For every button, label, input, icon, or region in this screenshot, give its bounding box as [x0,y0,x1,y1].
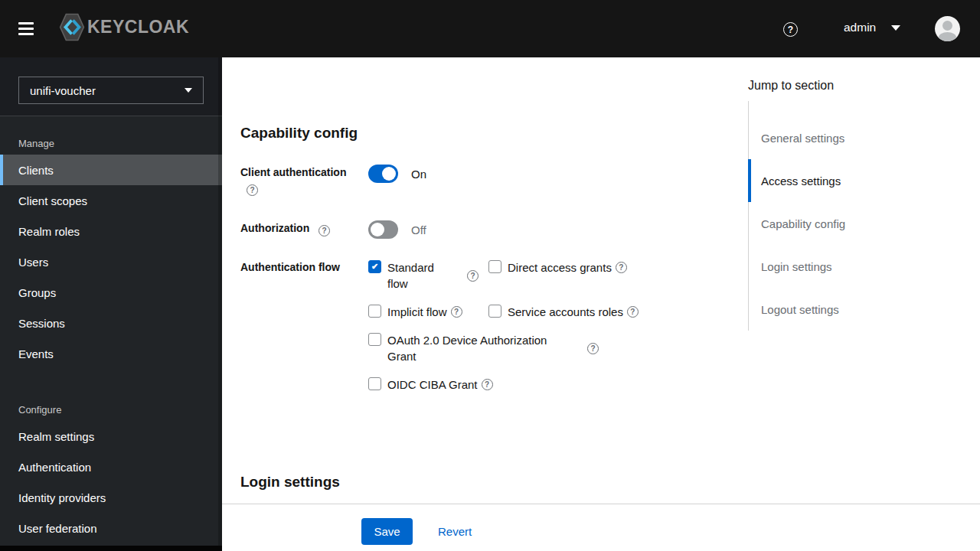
client-authentication-control: On [368,165,426,183]
hamburger-icon [18,33,34,35]
authorization-state: Off [411,223,426,236]
checkbox-label[interactable]: Service accounts roles [508,304,623,320]
sidebar-item-users[interactable]: Users [0,246,222,277]
hamburger-icon [18,22,34,24]
checkbox-oauth-2-0-device-authorization-grant[interactable] [368,333,381,346]
login-settings-title: Login settings [240,474,340,491]
checkbox-oidc-ciba-grant[interactable] [368,377,381,390]
hamburger-menu-button[interactable] [18,22,34,35]
nav-section-label: Configure [0,399,222,421]
auth-flow-option-oidc-ciba-grant: OIDC CIBA Grant? [368,377,639,393]
user-avatar-icon [939,32,956,41]
checkbox-implicit-flow[interactable] [368,305,381,318]
keycloak-logo[interactable]: KEYCLOAK [59,11,189,43]
top-bar: KEYCLOAK ? admin [0,0,980,57]
sidebar-item-clients[interactable]: Clients [0,155,222,185]
jump-item-login-settings[interactable]: Login settings [749,245,970,288]
checkbox-label[interactable]: Direct access grants [508,259,612,276]
sidebar-bottom-strip [0,546,222,551]
client-authentication-toggle[interactable] [368,165,398,183]
auth-flow-option-service-accounts-roles: Service accounts roles? [488,304,639,320]
jump-to-section-list: General settingsAccess settingsCapabilit… [748,101,970,331]
authentication-flow-options: ✔Standard flow?Direct access grants?Impl… [368,259,639,393]
sidebar-item-user-federation[interactable]: User federation [0,513,222,543]
brand-text: KEYCLOAK [87,17,189,37]
sidebar-item-events[interactable]: Events [0,338,222,369]
client-authentication-row: Client authentication ? On [240,165,426,196]
auth-flow-option-implicit-flow: Implicit flow? [368,304,488,320]
sidebar-item-groups[interactable]: Groups [0,277,222,308]
question-circle-icon[interactable]: ? [247,184,258,196]
checkbox-service-accounts-roles[interactable] [488,305,501,318]
jump-item-logout-settings[interactable]: Logout settings [749,288,970,331]
auth-flow-option-oauth-2-0-device-authorization-grant: OAuth 2.0 Device Authorization Grant? [368,332,639,364]
checkbox-label[interactable]: Implicit flow [387,304,447,320]
user-avatar-icon [942,21,952,31]
client-authentication-state: On [411,168,426,181]
checkbox-label[interactable]: OAuth 2.0 Device Authorization Grant [387,332,567,364]
sidebar: unifi-voucher ManageClientsClient scopes… [0,57,222,551]
form-action-bar: Save Revert [222,504,980,551]
caret-down-icon [891,25,900,31]
sidebar-item-identity-providers[interactable]: Identity providers [0,482,222,513]
question-circle-icon: ? [788,24,793,35]
authorization-toggle[interactable] [368,220,398,239]
nav-section-label: Manage [0,133,222,155]
avatar[interactable] [935,16,960,41]
jump-to-section-title: Jump to section [748,79,970,93]
authentication-flow-row: Authentication flow ✔Standard flow?Direc… [240,259,639,393]
realm-selector[interactable]: unifi-voucher [18,77,204,104]
jump-item-access-settings[interactable]: Access settings [749,159,970,202]
authorization-control: Off [368,220,426,239]
help-button[interactable]: ? [783,22,798,37]
caret-down-icon [185,88,192,93]
revert-button[interactable]: Revert [438,525,472,538]
jump-to-section-panel: Jump to section General settingsAccess s… [748,79,970,331]
sidebar-item-client-scopes[interactable]: Client scopes [0,185,222,216]
checkbox-direct-access-grants[interactable] [488,260,501,273]
checkbox-label[interactable]: OIDC CIBA Grant [387,377,478,393]
sidebar-item-sessions[interactable]: Sessions [0,308,222,338]
authorization-row: Authorization ? Off [240,220,426,239]
toggle-knob [382,167,396,181]
client-authentication-label: Client authentication ? [240,165,357,196]
question-circle-icon[interactable]: ? [451,306,462,318]
realm-name: unifi-voucher [30,84,185,97]
capability-config-title: Capability config [240,125,358,142]
hamburger-icon [18,28,34,30]
keycloak-hexagon-icon [59,11,85,43]
user-name: admin [844,21,876,34]
authentication-flow-label: Authentication flow [240,259,368,275]
question-circle-icon[interactable]: ? [587,343,599,354]
save-button[interactable]: Save [361,518,413,545]
checkbox-label[interactable]: Standard flow [387,259,443,292]
question-circle-icon[interactable]: ? [627,306,639,318]
toggle-knob [371,223,384,236]
question-circle-icon[interactable]: ? [318,225,330,236]
sidebar-nav: ManageClientsClient scopesRealm rolesUse… [0,116,222,543]
question-circle-icon[interactable]: ? [482,379,493,390]
main-content: Capability config Client authentication … [222,57,980,551]
auth-flow-option-standard-flow: ✔Standard flow? [368,259,488,292]
sidebar-item-realm-settings[interactable]: Realm settings [0,421,222,452]
nav-section-manage: ManageClientsClient scopesRealm rolesUse… [0,133,222,369]
authorization-label: Authorization ? [240,220,357,236]
user-menu[interactable]: admin [844,21,900,34]
sidebar-item-realm-roles[interactable]: Realm roles [0,216,222,246]
jump-item-capability-config[interactable]: Capability config [749,202,970,245]
jump-item-general-settings[interactable]: General settings [749,116,970,159]
sidebar-item-authentication[interactable]: Authentication [0,452,222,482]
nav-section-configure: ConfigureRealm settingsAuthenticationIde… [0,399,222,543]
realm-selector-area: unifi-voucher [0,57,222,116]
checkbox-checked-standard-flow[interactable]: ✔ [368,260,381,273]
question-circle-icon[interactable]: ? [467,270,479,282]
question-circle-icon[interactable]: ? [616,262,627,273]
auth-flow-option-direct-access-grants: Direct access grants? [488,259,639,292]
